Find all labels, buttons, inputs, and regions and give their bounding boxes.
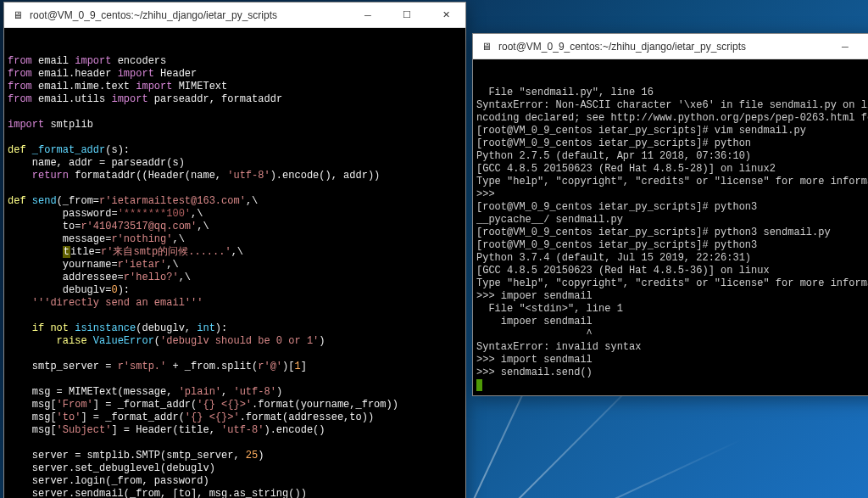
code-line (8, 106, 462, 119)
maximize-button[interactable]: ☐ (865, 34, 868, 59)
code-line: server = smtplib.SMTP(smtp_server, 25) (8, 450, 462, 462)
code-line: from email.header import Header (8, 68, 462, 81)
window-title: root@VM_0_9_centos:~/zhihu_django/ietar_… (30, 9, 348, 21)
code-line: raise ValueError('debuglv should be 0 or… (8, 335, 462, 348)
terminal-line: __pycache__/ sendmail.py (476, 214, 868, 227)
terminal-line: >>> impoer sendmail (476, 290, 868, 303)
code-line: server.sendmail(_from, [to], msg.as_stri… (8, 488, 462, 498)
code-line: return formataddr((Header(name, 'utf-8')… (8, 170, 462, 182)
code-line: server.login(_from, password) (8, 475, 462, 488)
code-line: msg['to'] = _format_addr('{} <{}>'.forma… (8, 411, 462, 424)
code-line: to=r'410473517@qq.com',\ (8, 221, 462, 233)
code-line: msg['From'] = _format_addr('{} <{}>'.for… (8, 399, 462, 411)
terminal-line: ^ (476, 328, 868, 341)
code-line: from email.mime.text import MIMEText (8, 81, 462, 93)
app-icon: 🖥 (11, 8, 25, 22)
terminal-window-left: 🖥 root@VM_0_9_centos:~/zhihu_django/ieta… (3, 2, 466, 498)
code-line: addressee=r'hello?',\ (8, 271, 462, 284)
code-line: yourname=r'ietar',\ (8, 259, 462, 271)
code-line (8, 437, 462, 450)
terminal-line: Python 3.7.4 (default, Jul 15 2019, 22:2… (476, 252, 868, 265)
terminal-content-right[interactable]: File "sendmail.py", line 16SyntaxError: … (473, 59, 868, 395)
code-line: import smtplib (8, 119, 462, 131)
app-icon: 🖥 (480, 40, 493, 53)
terminal-line: Type "help", "copyright", "credits" or "… (476, 176, 868, 188)
code-line: if not isinstance(debuglv, int): (8, 322, 462, 335)
terminal-line: >>> (476, 188, 868, 201)
code-line: debuglv=0): (8, 284, 462, 297)
close-button[interactable]: ✕ (426, 3, 465, 28)
code-line: title=r'来自smtp的问候......',\ (8, 246, 462, 259)
code-line: from email import encoders (8, 55, 462, 68)
code-line (8, 182, 462, 195)
code-line: '''directly send an email''' (8, 297, 462, 310)
terminal-line: [GCC 4.8.5 20150623 (Red Hat 4.8.5-28)] … (476, 163, 868, 176)
window-title: root@VM_0_9_centos:~/zhihu_django/ietar_… (498, 41, 826, 53)
terminal-line: ncoding declared; see http://www.python.… (476, 112, 868, 125)
terminal-line: File "sendmail.py", line 16 (476, 87, 868, 99)
titlebar-right[interactable]: 🖥 root@VM_0_9_centos:~/zhihu_django/ieta… (473, 34, 868, 59)
minimize-button[interactable]: ─ (348, 3, 387, 28)
terminal-window-right: 🖥 root@VM_0_9_centos:~/zhihu_django/ieta… (472, 33, 868, 396)
terminal-line: [GCC 4.8.5 20150623 (Red Hat 4.8.5-36)] … (476, 265, 868, 277)
code-line (8, 131, 462, 144)
terminal-line: [root@VM_0_9_centos ietar_py_scripts]# p… (476, 227, 868, 239)
terminal-line: [root@VM_0_9_centos ietar_py_scripts]# p… (476, 137, 868, 150)
terminal-content-left[interactable]: from email import encodersfrom email.hea… (4, 28, 465, 498)
maximize-button[interactable]: ☐ (387, 3, 426, 28)
terminal-line: [root@VM_0_9_centos ietar_py_scripts]# p… (476, 239, 868, 252)
terminal-line: [root@VM_0_9_centos ietar_py_scripts]# v… (476, 125, 868, 137)
code-line: message=r'nothing',\ (8, 233, 462, 246)
minimize-button[interactable]: ─ (826, 34, 865, 59)
code-line: smtp_server = r'smtp.' + _from.split(r'@… (8, 361, 462, 373)
code-line: from email.utils import parseaddr, forma… (8, 93, 462, 106)
code-line: def _format_addr(s): (8, 144, 462, 157)
code-line: server.set_debuglevel(debuglv) (8, 462, 462, 475)
terminal-line: File "<stdin>", line 1 (476, 303, 868, 316)
terminal-line: Python 2.7.5 (default, Apr 11 2018, 07:3… (476, 150, 868, 163)
terminal-line: impoer sendmail (476, 316, 868, 328)
code-line (8, 348, 462, 361)
terminal-line: SyntaxError: invalid syntax (476, 341, 868, 354)
terminal-line: [root@VM_0_9_centos ietar_py_scripts]# p… (476, 201, 868, 214)
code-line (8, 310, 462, 322)
code-line: password='*******100',\ (8, 208, 462, 221)
code-line (8, 373, 462, 386)
terminal-line: >>> sendmail.send() (476, 367, 868, 379)
code-line: name, addr = parseaddr(s) (8, 157, 462, 170)
cursor (476, 379, 482, 391)
code-line: msg['Subject'] = Header(title, 'utf-8').… (8, 424, 462, 437)
code-line: msg = MIMEText(message, 'plain', 'utf-8'… (8, 386, 462, 399)
titlebar-left[interactable]: 🖥 root@VM_0_9_centos:~/zhihu_django/ieta… (4, 3, 465, 28)
terminal-line: SyntaxError: Non-ASCII character '\xe6' … (476, 99, 868, 112)
terminal-line: >>> import sendmail (476, 354, 868, 367)
code-line: def send(_from=r'ietarmailtest@163.com',… (8, 195, 462, 208)
terminal-line: Type "help", "copyright", "credits" or "… (476, 277, 868, 290)
